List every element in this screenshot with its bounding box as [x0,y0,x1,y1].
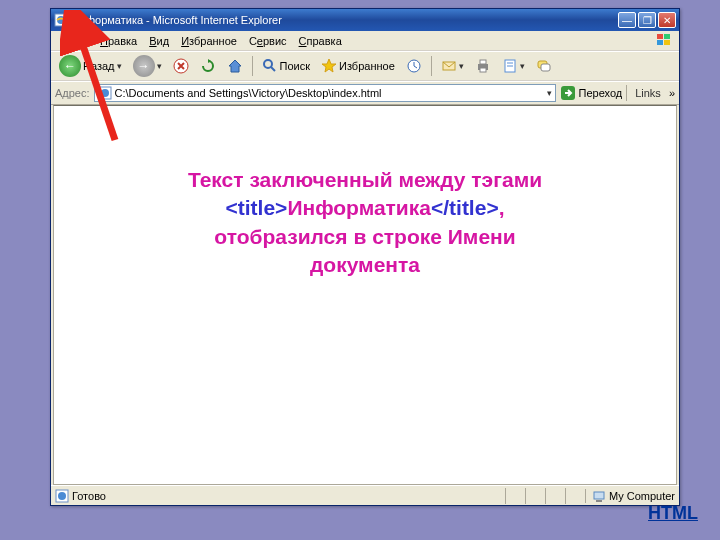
star-icon [321,58,337,74]
history-icon [406,58,422,74]
svg-point-7 [264,60,272,68]
browser-window: Информатика - Microsoft Internet Explore… [50,8,680,506]
my-computer-icon [592,489,606,503]
home-icon [227,58,243,74]
ie-page-icon [55,489,69,503]
search-icon [262,58,278,74]
text-line-2: <title>Информатика</title>, [94,194,636,222]
minimize-button[interactable]: — [618,12,636,28]
menu-tools[interactable]: Сервис [243,33,293,49]
go-arrow-icon [560,85,576,101]
go-label: Переход [578,87,622,99]
window-controls: — ❐ ✕ [618,12,676,28]
status-panel [505,488,525,504]
print-icon [475,58,491,74]
text-line-1: Текст заключенный между тэгами [94,166,636,194]
stop-icon [173,58,189,74]
arrow-left-icon: ← [59,55,81,77]
html-link[interactable]: HTML [648,503,698,524]
toolbar-separator [252,56,253,76]
search-button[interactable]: Поиск [258,56,314,76]
statusbar: Готово My Computer [51,485,679,505]
address-label: Адрес: [55,87,90,99]
tag-text: Информатика [287,196,431,219]
svg-rect-3 [664,34,670,39]
zone-label: My Computer [609,490,675,502]
tag-open: <title> [226,196,288,219]
chevron-down-icon[interactable]: ▾ [547,88,552,98]
refresh-icon [200,58,216,74]
links-chevron[interactable]: » [669,87,675,99]
svg-rect-4 [657,40,663,45]
svg-rect-12 [480,60,486,64]
svg-rect-25 [596,500,602,502]
ie-page-icon [54,13,68,27]
discuss-button[interactable] [532,56,556,76]
menu-view[interactable]: Вид [143,33,175,49]
home-button[interactable] [223,56,247,76]
slide-text: Текст заключенный между тэгами <title>Ин… [54,166,676,279]
text-line-4: документа [94,251,636,279]
windows-flag-icon [655,32,675,48]
tag-close: </title> [431,196,499,219]
comma: , [499,196,505,219]
window-title: Информатика - Microsoft Internet Explore… [72,14,618,26]
svg-line-8 [271,67,275,71]
status-panel [565,488,585,504]
toolbar-separator [431,56,432,76]
address-value: C:\Documents and Settings\Victory\Deskto… [115,87,545,99]
mail-icon [441,58,457,74]
chevron-down-icon: ▾ [459,61,464,71]
address-input[interactable]: C:\Documents and Settings\Victory\Deskto… [94,84,557,102]
menu-favorites[interactable]: Избранное [175,33,243,49]
mail-button[interactable]: ▾ [437,56,468,76]
addressbar: Адрес: C:\Documents and Settings\Victory… [51,81,679,105]
content-area: Текст заключенный между тэгами <title>Ин… [53,105,677,485]
status-left: Готово [55,489,505,503]
titlebar: Информатика - Microsoft Internet Explore… [51,9,679,31]
arrow-right-icon: → [133,55,155,77]
menubar: Файл Правка Вид Избранное Сервис Справка [51,31,679,51]
ie-page-icon [98,86,112,100]
chevron-down-icon: ▾ [520,61,525,71]
edit-icon [502,58,518,74]
status-zone: My Computer [585,489,675,503]
close-button[interactable]: ✕ [658,12,676,28]
menu-edit[interactable]: Правка [94,33,143,49]
svg-rect-24 [594,492,604,499]
edit-button[interactable]: ▾ [498,56,529,76]
status-panel [545,488,565,504]
maximize-button[interactable]: ❐ [638,12,656,28]
refresh-button[interactable] [196,56,220,76]
svg-rect-18 [541,64,550,71]
svg-point-23 [58,492,66,500]
svg-rect-5 [664,40,670,45]
stop-button[interactable] [169,56,193,76]
menu-file[interactable]: Файл [55,33,94,49]
menu-help[interactable]: Справка [293,33,348,49]
print-button[interactable] [471,56,495,76]
status-ready: Готово [72,490,106,502]
svg-point-20 [101,89,109,97]
favorites-button[interactable]: Избранное [317,56,399,76]
history-button[interactable] [402,56,426,76]
go-button[interactable]: Переход [560,85,622,101]
discuss-icon [536,58,552,74]
back-label: Назад [83,60,115,72]
chevron-down-icon: ▾ [117,61,122,71]
status-panel [525,488,545,504]
forward-button[interactable]: → ▾ [129,53,166,79]
back-button[interactable]: ← Назад ▾ [55,53,126,79]
search-label: Поиск [280,60,310,72]
links-label[interactable]: Links [631,87,665,99]
svg-rect-2 [657,34,663,39]
favorites-label: Избранное [339,60,395,72]
svg-rect-13 [480,68,486,72]
chevron-down-icon: ▾ [157,61,162,71]
text-line-3: отобразился в строке Имени [94,223,636,251]
toolbar: ← Назад ▾ → ▾ Поиск Избранное [51,51,679,81]
